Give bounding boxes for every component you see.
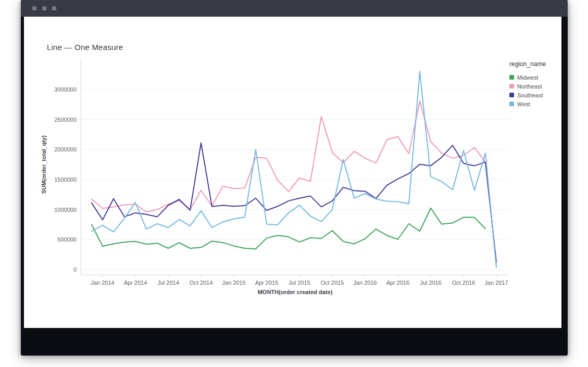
- page: Line — One Measure 050000010000001500000…: [0, 0, 588, 367]
- chart-legend: region_name Midwest Northeast Southeast …: [509, 60, 561, 108]
- legend-swatch-icon: [509, 93, 514, 97]
- legend-item-west[interactable]: West: [509, 99, 561, 108]
- x-axis-tick-label: Apr 2015: [255, 280, 279, 286]
- x-axis-tick-label: Jul 2014: [157, 280, 179, 286]
- x-axis-tick-label: Apr 2016: [386, 280, 410, 286]
- legend-swatch-icon: [509, 102, 514, 106]
- window-control-icon[interactable]: [42, 6, 46, 10]
- x-axis-tick-label: Jul 2016: [420, 280, 442, 286]
- app-window: Line — One Measure 050000010000001500000…: [21, 0, 568, 356]
- y-axis-tick-label: 2500000: [54, 117, 77, 123]
- legend-item-label: Southeast: [517, 92, 543, 98]
- legend-swatch-icon: [509, 84, 514, 88]
- x-axis-tick-label: Jul 2015: [289, 280, 310, 286]
- x-axis-tick-label: Oct 2014: [190, 280, 213, 286]
- legend-item-southeast[interactable]: Southeast: [509, 91, 561, 99]
- y-axis-title: SUM(order_total_qty): [41, 135, 47, 194]
- y-axis-tick-label: 2000000: [54, 146, 77, 153]
- series-line-west[interactable]: [92, 71, 496, 267]
- legend-item-label: West: [517, 101, 530, 107]
- legend-item-midwest[interactable]: Midwest: [509, 73, 561, 82]
- line-chart-plot: 0500000100000015000002000000250000030000…: [24, 17, 561, 328]
- window-control-icon[interactable]: [32, 6, 36, 10]
- window-control-icon[interactable]: [52, 6, 56, 10]
- y-axis-tick-label: 500000: [57, 236, 77, 243]
- legend-item-label: Midwest: [517, 74, 538, 81]
- y-axis-tick-label: 1000000: [54, 207, 77, 213]
- chart-canvas: Line — One Measure 050000010000001500000…: [24, 17, 561, 328]
- legend-swatch-icon: [509, 75, 514, 80]
- x-axis-tick-label: Jan 2014: [91, 280, 114, 286]
- legend-item-label: Northeast: [517, 83, 542, 90]
- y-axis-tick-label: 0: [73, 267, 77, 273]
- x-axis-tick-label: Oct 2015: [321, 280, 344, 286]
- x-axis-tick-label: Jan 2017: [484, 280, 508, 286]
- x-axis-tick-label: Apr 2014: [124, 280, 147, 286]
- y-axis-tick-label: 1500000: [54, 176, 77, 183]
- x-axis-tick-label: Jan 2015: [222, 280, 245, 286]
- x-axis-tick-label: Jan 2016: [353, 280, 377, 286]
- window-titlebar: [21, 0, 568, 17]
- legend-item-northeast[interactable]: Northeast: [509, 82, 561, 91]
- legend-title: region_name: [509, 60, 561, 68]
- x-axis-tick-label: Oct 2016: [452, 280, 476, 286]
- x-axis-title: MONTH(order created date): [258, 289, 333, 295]
- y-axis-tick-label: 3000000: [54, 86, 77, 93]
- series-line-midwest[interactable]: [92, 208, 485, 249]
